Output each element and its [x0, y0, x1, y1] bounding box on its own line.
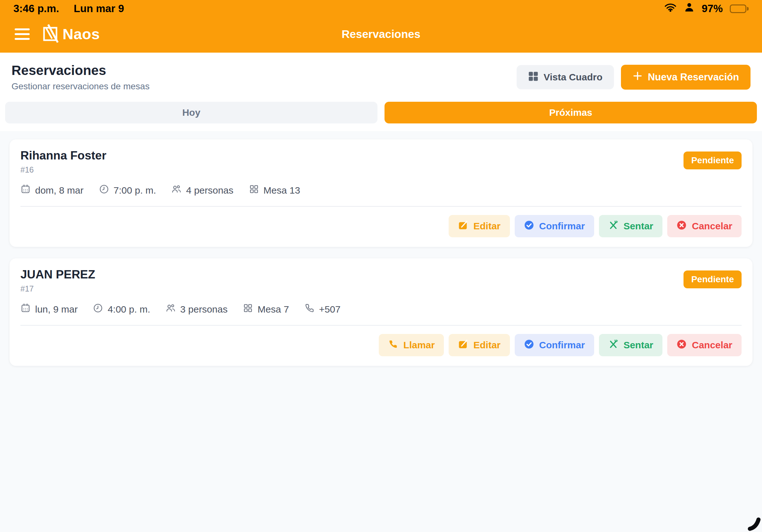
party-text: 3 personas — [180, 304, 228, 315]
app-logo: Naos — [43, 24, 100, 44]
cancel-button[interactable]: Cancelar — [667, 215, 741, 237]
top-orange-zone: 3:46 p.m. Lun mar 9 97% — [0, 0, 762, 53]
reservation-tabs: Hoy Próximas — [0, 100, 762, 131]
card-divider — [21, 325, 741, 326]
table-text: Mesa 13 — [264, 185, 300, 196]
nav-title: Reservaciones — [342, 28, 420, 40]
date-text: lun, 9 mar — [35, 304, 78, 315]
card-actions: Editar Confirmar Sentar Cancelar — [21, 215, 741, 237]
table-meta: Mesa 13 — [249, 184, 300, 196]
card-actions: Llamar Editar Confirmar Sentar Cancelar — [21, 334, 741, 356]
calendar-icon — [21, 184, 31, 196]
plus-icon — [633, 71, 643, 84]
date-text: dom, 8 mar — [35, 185, 84, 196]
confirm-button[interactable]: Confirmar — [515, 334, 594, 356]
page-header-text: Reservaciones Gestionar reservaciones de… — [12, 63, 150, 92]
reservation-list: Rihanna Foster #16 Pendiente dom, 8 mar … — [0, 131, 762, 374]
cancel-button[interactable]: Cancelar — [667, 334, 741, 356]
edit-label: Editar — [473, 340, 500, 351]
call-icon — [388, 339, 398, 352]
cancel-label: Cancelar — [692, 221, 732, 232]
card-top: JUAN PEREZ #17 Pendiente — [21, 268, 741, 294]
time-meta: 7:00 p. m. — [99, 184, 156, 196]
app-nav-bar: Naos Reservaciones — [0, 15, 762, 53]
status-bar: 3:46 p.m. Lun mar 9 97% — [0, 0, 762, 15]
clock-icon — [93, 303, 103, 315]
confirm-label: Confirmar — [539, 340, 585, 351]
guest-info: JUAN PEREZ #17 — [21, 268, 95, 294]
reservation-meta: lun, 9 mar 4:00 p. m. 3 personas Mesa 7 … — [21, 303, 741, 315]
seat-label: Sentar — [624, 340, 653, 351]
naos-logo-icon — [43, 24, 59, 44]
status-right: 97% — [664, 2, 749, 15]
confirm-button[interactable]: Confirmar — [515, 215, 594, 237]
new-reservation-label: Nueva Reservación — [648, 71, 739, 83]
status-badge: Pendiente — [683, 270, 741, 288]
menu-button[interactable] — [15, 27, 31, 41]
clock-icon — [99, 184, 109, 196]
page-actions: Vista Cuadro Nueva Reservación — [517, 65, 750, 90]
grid-view-icon — [528, 71, 538, 84]
confirm-icon — [524, 220, 534, 233]
people-icon — [171, 184, 182, 196]
tab-upcoming[interactable]: Próximas — [385, 102, 757, 123]
time-meta: 4:00 p. m. — [93, 303, 150, 315]
cancel-label: Cancelar — [692, 340, 732, 351]
card-top: Rihanna Foster #16 Pendiente — [21, 149, 741, 174]
new-reservation-button[interactable]: Nueva Reservación — [621, 65, 750, 90]
tab-today[interactable]: Hoy — [5, 102, 377, 123]
call-button[interactable]: Llamar — [379, 334, 444, 356]
cutlery-icon — [608, 339, 618, 352]
seat-button[interactable]: Sentar — [599, 334, 662, 356]
confirm-label: Confirmar — [539, 221, 585, 232]
table-grid-icon — [243, 303, 253, 315]
table-grid-icon — [249, 184, 259, 196]
table-text: Mesa 7 — [258, 304, 289, 315]
guest-name: JUAN PEREZ — [21, 268, 95, 281]
card-divider — [21, 206, 741, 207]
seat-button[interactable]: Sentar — [599, 215, 662, 237]
app-screen: 3:46 p.m. Lun mar 9 97% — [0, 0, 762, 532]
page-subtitle: Gestionar reservaciones de mesas — [12, 81, 150, 92]
party-meta: 4 personas — [171, 184, 233, 196]
reservation-meta: dom, 8 mar 7:00 p. m. 4 personas Mesa 13 — [21, 184, 741, 196]
cancel-icon — [676, 220, 687, 233]
calendar-icon — [21, 303, 31, 315]
date-meta: lun, 9 mar — [21, 303, 78, 315]
reservation-card: JUAN PEREZ #17 Pendiente lun, 9 mar 4:00… — [10, 258, 752, 366]
reservation-number: #16 — [21, 165, 106, 174]
edit-button[interactable]: Editar — [449, 334, 509, 356]
status-date: Lun mar 9 — [74, 3, 124, 15]
edit-button[interactable]: Editar — [449, 215, 509, 237]
time-text: 7:00 p. m. — [114, 185, 156, 196]
party-meta: 3 personas — [166, 303, 228, 315]
call-label: Llamar — [403, 340, 435, 351]
phone-meta: +507 — [304, 303, 341, 315]
people-icon — [166, 303, 176, 315]
user-status-icon — [684, 2, 695, 15]
table-meta: Mesa 7 — [243, 303, 289, 315]
edit-icon — [458, 339, 468, 352]
battery-icon — [730, 4, 749, 13]
edit-icon — [458, 220, 468, 233]
seat-label: Sentar — [624, 221, 653, 232]
date-meta: dom, 8 mar — [21, 184, 84, 196]
cancel-icon — [676, 339, 687, 352]
page-title: Reservaciones — [12, 63, 150, 78]
reservation-number: #17 — [21, 284, 95, 294]
phone-icon — [304, 303, 315, 315]
guest-name: Rihanna Foster — [21, 149, 106, 162]
status-left: 3:46 p.m. Lun mar 9 — [13, 3, 124, 15]
view-grid-label: Vista Cuadro — [543, 72, 602, 83]
phone-text: +507 — [319, 304, 341, 315]
wifi-icon — [664, 2, 677, 15]
status-badge: Pendiente — [683, 152, 741, 169]
time-text: 4:00 p. m. — [108, 304, 150, 315]
confirm-icon — [524, 339, 534, 352]
view-grid-button[interactable]: Vista Cuadro — [517, 65, 614, 89]
cutlery-icon — [608, 220, 618, 233]
party-text: 4 personas — [186, 185, 233, 196]
app-name: Naos — [62, 25, 100, 43]
corner-arc-decoration — [735, 509, 762, 532]
edit-label: Editar — [473, 221, 500, 232]
